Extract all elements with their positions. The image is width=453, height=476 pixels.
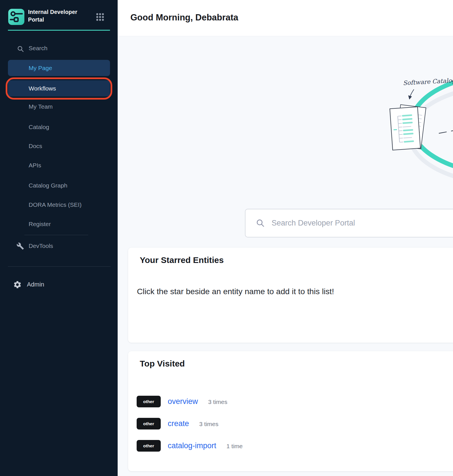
- starred-empty-message: Click the star beside an entity name to …: [137, 287, 334, 296]
- starred-entities-card: Your Starred Entities Click the star bes…: [128, 248, 453, 343]
- top-visited-row: other overview 3 times: [137, 395, 227, 407]
- sidebar-accent-divider: [8, 30, 110, 31]
- entity-link[interactable]: catalog-import: [168, 441, 216, 450]
- sidebar-divider: [24, 235, 88, 235]
- main-content: Good Morning, Debabrata: [118, 0, 453, 476]
- software-catalog-illustration: Software Catalog: [384, 65, 453, 179]
- sidebar-item-label: Workflows: [29, 85, 56, 92]
- sidebar-item-docs[interactable]: Docs: [29, 143, 42, 149]
- top-visited-row: other create 3 times: [137, 418, 218, 429]
- sidebar-item-register[interactable]: Register: [29, 221, 51, 228]
- sidebar-item-workflows[interactable]: Workflows: [8, 80, 110, 96]
- sidebar: Internal Developer Portal Search My Page…: [0, 0, 118, 476]
- search-icon: [17, 45, 24, 52]
- entity-kind-badge: other: [137, 396, 161, 407]
- top-visited-row: other catalog-import 1 time: [137, 440, 243, 452]
- sidebar-item-label: DevTools: [29, 243, 53, 249]
- portal-search-input[interactable]: [272, 215, 453, 232]
- top-visited-title: Top Visited: [140, 359, 185, 368]
- entity-link[interactable]: overview: [168, 397, 198, 406]
- app-root: Internal Developer Portal Search My Page…: [0, 0, 453, 476]
- sidebar-item-search[interactable]: Search: [0, 42, 118, 56]
- sidebar-item-catalog-graph[interactable]: Catalog Graph: [29, 182, 67, 189]
- greeting-title: Good Morning, Debabrata: [130, 12, 238, 23]
- sidebar-item-label: Admin: [27, 281, 44, 288]
- visit-count: 3 times: [208, 397, 227, 405]
- apps-grid-icon[interactable]: [96, 13, 104, 21]
- entity-kind-badge: other: [137, 418, 161, 429]
- sidebar-item-my-page[interactable]: My Page: [8, 60, 110, 76]
- starred-entities-title: Your Starred Entities: [140, 255, 224, 265]
- visit-count: 1 time: [226, 442, 243, 450]
- entity-kind-badge: other: [137, 440, 161, 452]
- sidebar-item-label: Search: [29, 45, 48, 52]
- sidebar-divider: [8, 266, 111, 267]
- sidebar-item-dora-metrics[interactable]: DORA Metrics (SEI): [29, 201, 82, 208]
- app-logo-icon: [8, 9, 24, 25]
- sidebar-item-devtools[interactable]: DevTools: [0, 239, 118, 253]
- sidebar-item-label: My Page: [29, 65, 52, 71]
- sidebar-item-catalog[interactable]: Catalog: [29, 124, 49, 130]
- portal-searchbar: [245, 209, 453, 237]
- sidebar-item-apis[interactable]: APIs: [29, 162, 41, 169]
- page-header: Good Morning, Debabrata: [118, 0, 453, 36]
- entity-link[interactable]: create: [168, 419, 189, 428]
- visit-count: 3 times: [199, 420, 219, 427]
- sidebar-item-admin[interactable]: Admin: [0, 277, 118, 292]
- wrench-icon: [16, 242, 24, 250]
- search-icon: [256, 219, 265, 228]
- gear-icon: [13, 280, 22, 289]
- sidebar-item-my-team[interactable]: My Team: [29, 103, 53, 110]
- top-visited-card: Top Visited other overview 3 times other…: [128, 351, 453, 471]
- app-title: Internal Developer Portal: [28, 8, 90, 24]
